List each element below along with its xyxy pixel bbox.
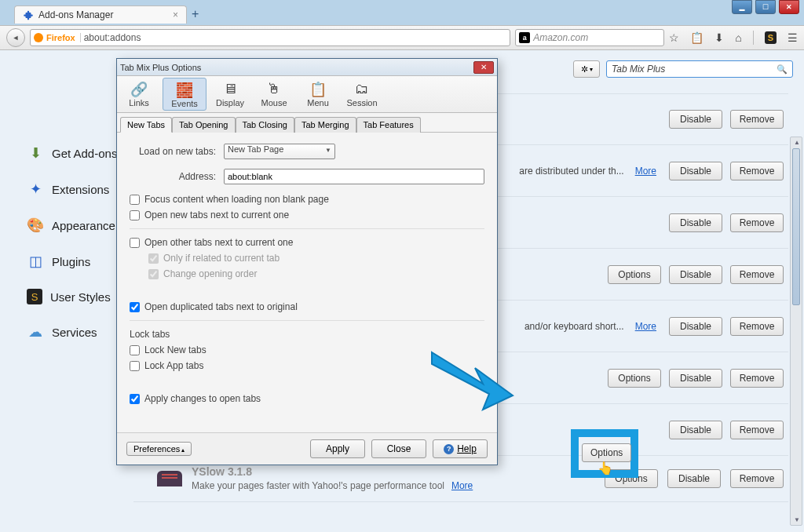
sidebar-item-services[interactable]: ☁Services xyxy=(27,314,126,350)
toolbar-menu[interactable]: 📋Menu xyxy=(296,76,340,112)
apply-button[interactable]: Apply xyxy=(310,439,365,458)
lock-app-checkbox[interactable] xyxy=(130,361,140,371)
dialog-tabs: New Tabs Tab Opening Tab Closing Tab Mer… xyxy=(117,113,497,133)
window-minimize-button[interactable] xyxy=(732,0,752,14)
scroll-down-icon[interactable]: ▼ xyxy=(794,516,800,523)
open-next-checkbox[interactable] xyxy=(130,210,140,220)
sidebar-item-appearance[interactable]: 🎨Appearance xyxy=(27,207,126,243)
sidebar-item-user-styles[interactable]: SUser Styles xyxy=(27,279,126,314)
scroll-up-icon[interactable]: ▲ xyxy=(794,139,800,146)
menu-icon[interactable]: ☰ xyxy=(788,31,798,44)
dialog-close-button[interactable]: ✕ xyxy=(473,61,494,74)
puzzle-icon: ✦ xyxy=(27,180,44,198)
back-button[interactable] xyxy=(6,28,25,47)
options-button[interactable]: Options xyxy=(608,265,661,284)
lock-new-checkbox[interactable] xyxy=(130,345,140,355)
more-link[interactable]: More xyxy=(635,321,656,332)
open-other-next-label: Open other tabs next to current one xyxy=(144,237,293,248)
toolbar-links[interactable]: 🔗Links xyxy=(117,76,161,112)
dialog-toolbar: 🔗Links 🧱Events 🖥Display 🖱Mouse 📋Menu 🗂Se… xyxy=(117,76,497,113)
sidebar-label: Get Add-ons xyxy=(52,147,117,160)
url-bar: Firefox about:addons a Amazon.com ☆ 📋 ⬇ … xyxy=(0,25,804,50)
highlighted-options-button[interactable]: Options xyxy=(582,443,631,462)
cloud-icon: ☁ xyxy=(27,323,44,341)
disable-button[interactable]: Disable xyxy=(667,469,721,488)
help-button[interactable]: ?Help xyxy=(433,439,488,458)
tab-tab-merging[interactable]: Tab Merging xyxy=(294,117,356,133)
toolbar-mouse[interactable]: 🖱Mouse xyxy=(252,76,296,112)
toolbar-events[interactable]: 🧱Events xyxy=(163,78,206,111)
home-icon[interactable]: ⌂ xyxy=(735,31,741,44)
remove-button[interactable]: Remove xyxy=(730,213,784,232)
disable-button[interactable]: Disable xyxy=(669,213,722,232)
clipboard-icon[interactable]: 📋 xyxy=(690,31,704,44)
open-dup-checkbox[interactable] xyxy=(130,302,140,312)
apply-open-label: Apply changes to open tabs xyxy=(144,393,261,404)
remove-button[interactable]: Remove xyxy=(730,317,784,336)
remove-button[interactable]: Remove xyxy=(730,421,784,439)
disable-button[interactable]: Disable xyxy=(669,162,722,180)
disable-button[interactable]: Disable xyxy=(669,110,722,129)
events-icon: 🧱 xyxy=(176,82,193,97)
stylish-icon: S xyxy=(27,289,42,304)
preferences-button[interactable]: Preferences▴ xyxy=(126,442,192,456)
callout-arrow-icon xyxy=(428,341,514,411)
lego-icon: ◫ xyxy=(27,253,44,270)
options-button[interactable]: Options xyxy=(608,369,661,388)
addon-search-input[interactable]: Tab Mix Plus xyxy=(606,60,793,78)
firefox-icon xyxy=(34,33,43,42)
search-placeholder: Amazon.com xyxy=(533,32,588,43)
scroll-thumb[interactable] xyxy=(792,148,800,305)
dialog-footer: Preferences▴ Apply Close ?Help xyxy=(117,432,497,465)
sidebar: ⬇Get Add-ons ✦Extensions 🎨Appearance ◫Pl… xyxy=(0,50,126,532)
disable-button[interactable]: Disable xyxy=(669,317,722,336)
dialog-titlebar[interactable]: Tab Mix Plus Options ✕ xyxy=(117,59,497,76)
browser-tab[interactable]: Add-ons Manager × xyxy=(14,5,187,24)
new-tab-button[interactable]: + xyxy=(192,7,199,21)
sidebar-item-plugins[interactable]: ◫Plugins xyxy=(27,243,126,279)
scrollbar[interactable]: ▲ ▼ xyxy=(790,137,802,526)
lock-new-label: Lock New tabs xyxy=(144,344,206,355)
gear-button[interactable]: ✲ xyxy=(573,60,600,78)
toolbar-display[interactable]: 🖥Display xyxy=(208,76,252,112)
search-box[interactable]: a Amazon.com xyxy=(515,29,664,46)
address-input[interactable] xyxy=(224,169,484,184)
stylish-icon[interactable]: S xyxy=(765,31,777,44)
disable-button[interactable]: Disable xyxy=(669,265,722,284)
toolbar-session[interactable]: 🗂Session xyxy=(340,76,384,112)
tab-new-tabs[interactable]: New Tabs xyxy=(120,117,172,133)
disable-button[interactable]: Disable xyxy=(669,369,722,388)
window-maximize-button[interactable] xyxy=(755,0,776,14)
lock-section-label: Lock tabs xyxy=(130,329,484,340)
sidebar-item-get-addons[interactable]: ⬇Get Add-ons xyxy=(27,135,126,171)
download-icon[interactable]: ⬇ xyxy=(714,31,724,44)
display-icon: 🖥 xyxy=(223,81,237,97)
star-icon[interactable]: ☆ xyxy=(669,31,679,44)
lock-app-label: Lock App tabs xyxy=(144,360,203,371)
sidebar-item-extensions[interactable]: ✦Extensions xyxy=(27,171,126,207)
more-link[interactable]: More xyxy=(451,480,473,491)
help-icon: ? xyxy=(444,444,454,454)
amazon-icon: a xyxy=(519,32,530,43)
address-label: Address: xyxy=(130,171,216,182)
focus-content-checkbox[interactable] xyxy=(130,195,140,205)
remove-button[interactable]: Remove xyxy=(730,265,784,284)
addon-desc: are distributed under th... xyxy=(519,166,623,177)
window-close-button[interactable] xyxy=(779,0,799,14)
tab-close-button[interactable]: × xyxy=(173,9,178,20)
address-bar[interactable]: Firefox about:addons xyxy=(30,29,510,46)
tab-tab-opening[interactable]: Tab Opening xyxy=(172,117,235,133)
disable-button[interactable]: Disable xyxy=(669,421,722,439)
remove-button[interactable]: Remove xyxy=(730,162,784,180)
remove-button[interactable]: Remove xyxy=(730,110,784,129)
open-dup-label: Open duplicated tabs next to original xyxy=(144,301,298,312)
remove-button[interactable]: Remove xyxy=(730,469,784,488)
more-link[interactable]: More xyxy=(635,166,656,177)
open-other-next-checkbox[interactable] xyxy=(130,238,140,248)
tab-tab-closing[interactable]: Tab Closing xyxy=(236,117,294,133)
close-button[interactable]: Close xyxy=(371,439,426,458)
tab-tab-features[interactable]: Tab Features xyxy=(356,117,421,133)
apply-open-checkbox[interactable] xyxy=(130,394,140,404)
remove-button[interactable]: Remove xyxy=(730,369,784,388)
load-on-select[interactable]: New Tab Page xyxy=(224,144,335,159)
